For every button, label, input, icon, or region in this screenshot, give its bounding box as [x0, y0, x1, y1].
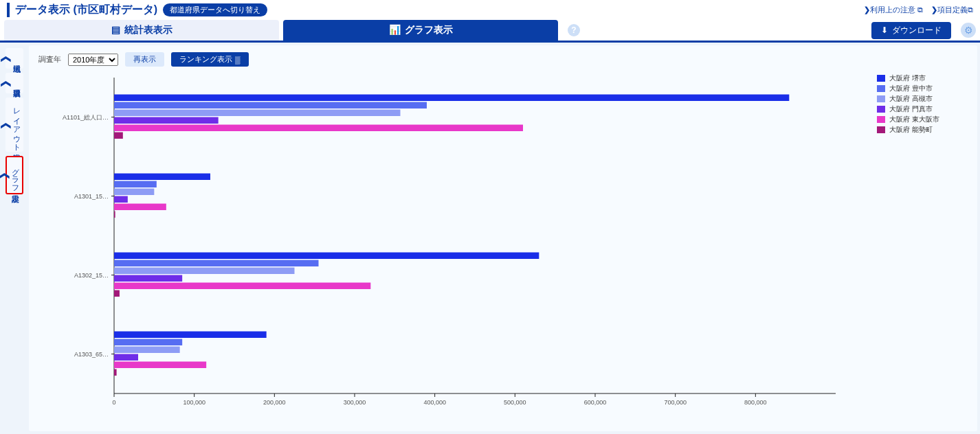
tab-graph-view[interactable]: 📊グラフ表示	[283, 20, 558, 41]
ranking-icon: ▒	[235, 56, 241, 64]
svg-text:A1303_65…: A1303_65…	[74, 351, 109, 358]
svg-text:800,000: 800,000	[744, 399, 767, 406]
svg-text:300,000: 300,000	[344, 399, 366, 406]
svg-rect-43	[114, 290, 120, 297]
grouped-bar-chart: 0100,000200,000300,000400,000500,000600,…	[38, 71, 871, 414]
chevron-right-icon: ❯	[0, 122, 10, 130]
svg-text:600,000: 600,000	[584, 399, 607, 406]
legend-item: 大阪府 高槻市	[877, 94, 968, 104]
svg-rect-39	[114, 260, 319, 267]
sidebar-layout-settings[interactable]: レイアウト設定 ❯	[5, 98, 23, 152]
svg-rect-25	[114, 117, 219, 124]
download-icon: ⬇	[881, 25, 888, 35]
sidebar-region-select[interactable]: 地域選択 ❯	[5, 48, 23, 69]
svg-rect-48	[114, 347, 180, 354]
svg-rect-34	[114, 204, 166, 211]
svg-text:0: 0	[112, 399, 115, 406]
survey-year-select[interactable]: 2010年度	[68, 54, 118, 66]
legend-label: 大阪府 高槻市	[889, 94, 933, 104]
svg-rect-51	[114, 369, 117, 376]
switch-prefecture-pill[interactable]: 都道府県データへ切り替え	[163, 3, 267, 16]
popup-icon: ⧉	[917, 5, 923, 14]
chevron-right-icon: ❯	[931, 5, 937, 14]
page-title: データ表示 (市区町村データ) 都道府県データへ切り替え	[7, 3, 267, 17]
svg-rect-41	[114, 275, 182, 282]
svg-text:A1301_15…: A1301_15…	[74, 193, 109, 200]
title-text: データ表示 (市区町村データ)	[15, 3, 157, 17]
svg-rect-47	[114, 339, 182, 346]
redisplay-button[interactable]: 再表示	[125, 52, 164, 67]
svg-text:400,000: 400,000	[423, 399, 446, 406]
settings-gear-icon[interactable]: ⚙	[961, 23, 976, 38]
svg-text:500,000: 500,000	[504, 399, 526, 406]
svg-rect-40	[114, 268, 295, 275]
legend-label: 大阪府 豊中市	[889, 84, 933, 93]
legend-item: 大阪府 堺市	[877, 73, 968, 83]
list-icon: ▤	[111, 24, 120, 35]
svg-text:A1101_総人口…: A1101_総人口…	[63, 114, 109, 121]
svg-rect-49	[114, 354, 138, 361]
svg-text:A1302_15…: A1302_15…	[74, 272, 109, 279]
chevron-right-icon: ❯	[0, 55, 10, 63]
tab-table-view[interactable]: ▤統計表表示	[4, 20, 279, 41]
help-icon[interactable]: ?	[568, 24, 580, 36]
chart-legend: 大阪府 堺市大阪府 豊中市大阪府 高槻市大阪府 門真市大阪府 東大阪市大阪府 能…	[871, 71, 968, 414]
svg-rect-31	[114, 181, 157, 188]
bar-chart-icon: 📊	[389, 24, 401, 35]
legend-item: 大阪府 東大阪市	[877, 115, 968, 124]
svg-rect-22	[114, 95, 789, 102]
svg-rect-46	[114, 332, 267, 339]
svg-rect-33	[114, 196, 128, 203]
svg-rect-30	[114, 174, 210, 181]
svg-text:100,000: 100,000	[183, 399, 205, 406]
sidebar-graph-settings[interactable]: グラフ表示設定 ❯	[5, 156, 23, 194]
ranking-display-button[interactable]: ランキング表示 ▒	[171, 52, 249, 67]
legend-label: 大阪府 堺市	[889, 73, 926, 83]
svg-rect-50	[114, 362, 206, 369]
svg-text:700,000: 700,000	[664, 399, 687, 406]
svg-rect-23	[114, 102, 427, 109]
legend-item: 大阪府 門真市	[877, 104, 968, 114]
legend-label: 大阪府 能勢町	[889, 125, 933, 135]
sidebar-item-select[interactable]: 表示項目選択 ❯	[5, 73, 23, 93]
svg-rect-26	[114, 125, 523, 132]
usage-notes-link[interactable]: ❯利用上の注意 ⧉	[864, 5, 923, 15]
item-definition-link[interactable]: ❯項目定義⧉	[931, 5, 973, 15]
legend-swatch	[877, 106, 885, 113]
legend-swatch	[877, 95, 885, 102]
chevron-right-icon: ❯	[0, 80, 10, 88]
legend-item: 大阪府 能勢町	[877, 125, 968, 135]
svg-rect-27	[114, 133, 123, 139]
legend-label: 大阪府 門真市	[889, 104, 933, 114]
legend-swatch	[877, 116, 885, 123]
svg-rect-32	[114, 189, 154, 196]
chevron-right-icon: ❯	[0, 172, 9, 180]
svg-rect-35	[114, 212, 115, 218]
legend-item: 大阪府 豊中市	[877, 84, 968, 93]
popup-icon: ⧉	[968, 5, 973, 14]
svg-rect-42	[114, 283, 370, 290]
legend-swatch	[877, 85, 885, 92]
survey-year-label: 調査年	[38, 54, 61, 65]
svg-rect-24	[114, 110, 401, 117]
svg-text:200,000: 200,000	[263, 399, 286, 406]
legend-label: 大阪府 東大阪市	[889, 115, 939, 124]
download-button[interactable]: ⬇ダウンロード	[871, 22, 951, 39]
svg-rect-38	[114, 253, 539, 260]
legend-swatch	[877, 75, 885, 82]
legend-swatch	[877, 126, 885, 133]
chevron-right-icon: ❯	[864, 5, 870, 14]
